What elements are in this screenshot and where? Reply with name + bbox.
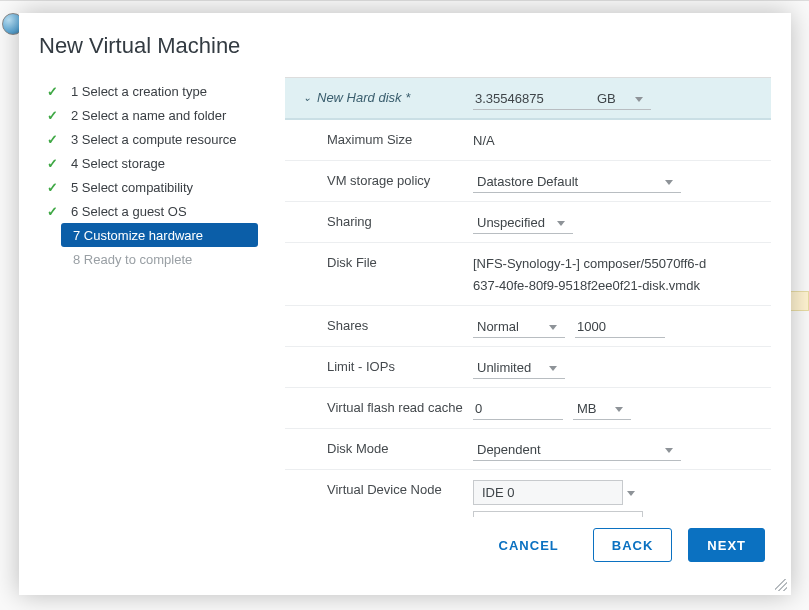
step-guest-os[interactable]: 6 Select a guest OS: [39, 199, 285, 223]
shares-value-input[interactable]: [575, 316, 665, 338]
wizard-steps: 1 Select a creation type 2 Select a name…: [39, 77, 285, 517]
row-label: Limit - IOPs: [297, 355, 473, 374]
row-limit-iops: Limit - IOPs Unlimited: [285, 347, 771, 388]
step-storage[interactable]: 4 Select storage: [39, 151, 285, 175]
step-label: 3 Select a compute resource: [71, 132, 236, 147]
row-label: VM storage policy: [297, 169, 473, 188]
shares-level-select[interactable]: Normal: [473, 316, 565, 338]
cancel-button[interactable]: CANCEL: [481, 528, 577, 562]
row-label: Disk File: [297, 251, 473, 270]
step-label: 1 Select a creation type: [71, 84, 207, 99]
limit-iops-select[interactable]: Unlimited: [473, 357, 565, 379]
step-label: 2 Select a name and folder: [71, 108, 226, 123]
storage-policy-select[interactable]: Datastore Default: [473, 171, 681, 193]
disk-mode-select[interactable]: Dependent: [473, 439, 681, 461]
back-button[interactable]: BACK: [593, 528, 673, 562]
hardware-panel: ⌄ New Hard disk * GB: [285, 77, 771, 517]
disk-size-unit-select[interactable]: GB: [593, 88, 651, 110]
new-vm-dialog: New Virtual Machine 1 Select a creation …: [19, 13, 791, 595]
row-flash-read-cache: Virtual flash read cache MB: [285, 388, 771, 429]
step-label: 8 Ready to complete: [73, 252, 192, 267]
flash-cache-input[interactable]: [473, 398, 563, 420]
step-label: 5 Select compatibility: [71, 180, 193, 195]
row-disk-file: Disk File [NFS-Synology-1-] composer/550…: [285, 243, 771, 306]
row-label: Disk Mode: [297, 437, 473, 456]
dialog-title: New Virtual Machine: [39, 33, 771, 59]
vdn-controller-select[interactable]: IDE 0: [473, 480, 623, 505]
sharing-select[interactable]: Unspecified: [473, 212, 573, 234]
step-label: 6 Select a guest OS: [71, 204, 187, 219]
flash-cache-unit-select[interactable]: MB: [573, 398, 631, 420]
step-label: 7 Customize hardware: [73, 228, 203, 243]
row-vm-storage-policy: VM storage policy Datastore Default: [285, 161, 771, 202]
disk-file-path: [NFS-Synology-1-] composer/55070ff6-d637…: [473, 253, 713, 297]
disk-size-input[interactable]: [473, 88, 593, 110]
row-disk-mode: Disk Mode Dependent: [285, 429, 771, 470]
step-customize-hardware[interactable]: 7 Customize hardware: [61, 223, 258, 247]
row-label: Shares: [297, 314, 473, 333]
section-new-hard-disk[interactable]: ⌄ New Hard disk * GB: [285, 78, 771, 120]
resize-grip[interactable]: [775, 579, 787, 591]
step-ready-complete: 8 Ready to complete: [61, 247, 285, 271]
background-fragment: [790, 291, 809, 311]
row-label: Sharing: [297, 210, 473, 229]
row-shares: Shares Normal: [285, 306, 771, 347]
row-label: Virtual flash read cache: [297, 396, 473, 415]
next-button[interactable]: NEXT: [688, 528, 765, 562]
step-creation-type[interactable]: 1 Select a creation type: [39, 79, 285, 103]
row-virtual-device-node: Virtual Device Node IDE 0 IDE(0:0) New H…: [285, 470, 771, 517]
step-compatibility[interactable]: 5 Select compatibility: [39, 175, 285, 199]
row-label: Virtual Device Node: [297, 478, 473, 497]
chevron-down-icon: ⌄: [303, 92, 311, 103]
section-title: New Hard disk *: [317, 90, 410, 105]
step-label: 4 Select storage: [71, 156, 165, 171]
step-compute-resource[interactable]: 3 Select a compute resource: [39, 127, 285, 151]
row-label: Maximum Size: [297, 128, 473, 147]
step-name-folder[interactable]: 2 Select a name and folder: [39, 103, 285, 127]
row-value: N/A: [473, 130, 495, 152]
hardware-scroll[interactable]: ⌄ New Hard disk * GB: [285, 77, 771, 517]
row-maximum-size: Maximum Size N/A: [285, 120, 771, 161]
row-sharing: Sharing Unspecified: [285, 202, 771, 243]
dialog-footer: CANCEL BACK NEXT: [19, 517, 791, 595]
